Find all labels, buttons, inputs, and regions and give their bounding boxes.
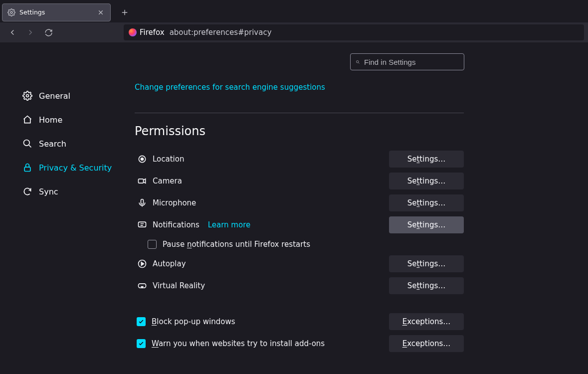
search-icon [22, 138, 33, 149]
permission-row-autoplay: Autoplay Settings… [135, 253, 464, 275]
block-popups-row: Block pop-up windows Exceptions… [135, 311, 464, 333]
location-icon [137, 154, 148, 165]
browser-tab-settings[interactable]: Settings [2, 3, 111, 21]
warn-addons-label: Warn you when websites try to install ad… [152, 339, 386, 348]
divider [135, 113, 464, 113]
vr-settings-button[interactable]: Settings… [389, 277, 464, 294]
svg-rect-9 [139, 222, 146, 227]
vr-icon [137, 280, 148, 291]
permission-label: Microphone [153, 198, 386, 207]
pause-notifications-label: Pause notifications until Firefox restar… [163, 240, 310, 249]
settings-content: General Home Search Privacy & Security S… [0, 42, 588, 374]
camera-icon [137, 176, 148, 187]
permission-label: Notifications Learn more [153, 220, 386, 229]
svg-point-1 [26, 95, 29, 97]
block-popups-exceptions-button[interactable]: Exceptions… [389, 313, 464, 330]
search-suggestions-link[interactable]: Change preferences for search engine sug… [135, 83, 325, 92]
back-button[interactable] [4, 24, 21, 41]
notifications-icon [137, 219, 148, 230]
permission-label: Location [153, 155, 386, 164]
new-tab-button[interactable] [118, 5, 132, 19]
svg-rect-7 [139, 179, 144, 183]
svg-point-4 [357, 60, 359, 63]
svg-point-6 [141, 158, 144, 161]
block-popups-label: Block pop-up windows [152, 317, 386, 326]
lock-icon [22, 162, 33, 173]
permission-row-microphone: Microphone Settings… [135, 192, 464, 214]
sync-icon [22, 186, 33, 197]
url-bar[interactable]: Firefox about:preferences#privacy [124, 24, 584, 40]
svg-point-0 [10, 11, 12, 13]
sidebar-item-home[interactable]: Home [22, 109, 117, 131]
forward-button[interactable] [22, 24, 39, 41]
url-identity-label: Firefox [140, 28, 165, 37]
notifications-learn-more-link[interactable]: Learn more [208, 220, 251, 229]
svg-rect-8 [141, 199, 144, 204]
svg-rect-3 [24, 167, 30, 171]
permission-row-notifications: Notifications Learn more Settings… [135, 214, 464, 236]
tab-close-button[interactable] [96, 8, 105, 17]
sidebar-item-sync[interactable]: Sync [22, 181, 117, 202]
sidebar-label: General [39, 91, 70, 101]
permission-row-camera: Camera Settings… [135, 170, 464, 192]
tab-title: Settings [19, 8, 92, 16]
svg-point-2 [24, 140, 30, 146]
permission-label: Autoplay [153, 259, 386, 268]
warn-addons-checkbox[interactable] [137, 339, 146, 348]
settings-search-input[interactable] [364, 58, 459, 66]
permissions-heading: Permissions [135, 124, 464, 138]
firefox-logo-icon [129, 28, 137, 36]
gear-icon [7, 8, 15, 16]
permission-row-location: Location Settings… [135, 148, 464, 170]
sidebar-label: Home [39, 115, 62, 125]
nav-toolbar: Firefox about:preferences#privacy [0, 22, 588, 42]
permission-label: Virtual Reality [153, 281, 386, 290]
sidebar-label: Privacy & Security [39, 163, 112, 173]
pause-notifications-checkbox[interactable] [148, 240, 157, 249]
warn-addons-exceptions-button[interactable]: Exceptions… [389, 335, 464, 352]
autoplay-settings-button[interactable]: Settings… [389, 255, 464, 272]
location-settings-button[interactable]: Settings… [389, 151, 464, 168]
settings-search-field[interactable] [350, 53, 464, 70]
settings-main: Change preferences for search engine sug… [117, 42, 588, 374]
permission-label: Camera [153, 177, 386, 186]
sidebar-item-search[interactable]: Search [22, 133, 117, 155]
sidebar-label: Search [39, 139, 66, 149]
permission-row-vr: Virtual Reality Settings… [135, 275, 464, 297]
url-path: about:preferences#privacy [170, 28, 272, 37]
firefox-identity: Firefox [129, 28, 165, 37]
microphone-icon [137, 197, 148, 208]
tab-bar: Settings [0, 0, 588, 22]
block-popups-checkbox[interactable] [137, 317, 146, 326]
microphone-settings-button[interactable]: Settings… [389, 194, 464, 211]
refresh-button[interactable] [40, 24, 57, 41]
autoplay-icon [137, 258, 148, 269]
pause-notifications-row: Pause notifications until Firefox restar… [135, 236, 464, 253]
notifications-settings-button[interactable]: Settings… [389, 216, 464, 233]
search-icon [356, 58, 360, 66]
home-icon [22, 114, 33, 125]
sidebar-label: Sync [39, 187, 58, 196]
sidebar-item-privacy[interactable]: Privacy & Security [22, 157, 117, 179]
gear-icon [22, 90, 33, 101]
camera-settings-button[interactable]: Settings… [389, 173, 464, 189]
warn-addons-row: Warn you when websites try to install ad… [135, 333, 464, 355]
sidebar-item-general[interactable]: General [22, 85, 117, 107]
settings-sidebar: General Home Search Privacy & Security S… [0, 42, 117, 374]
